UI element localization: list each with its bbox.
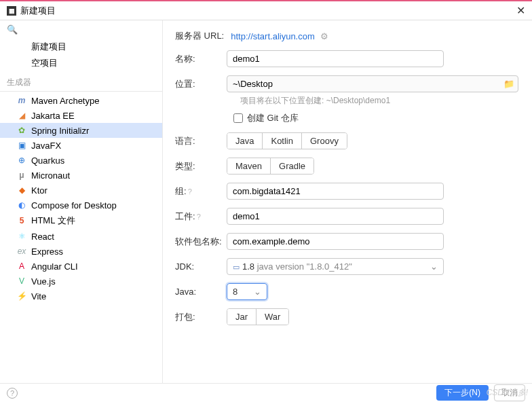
- sidebar-item-label: Quarkus: [31, 156, 64, 166]
- sidebar-item-label: Compose for Desktop: [31, 200, 117, 211]
- artifact-input[interactable]: [227, 208, 444, 225]
- sidebar-item[interactable]: ◐Compose for Desktop: [0, 198, 162, 213]
- sidebar-item-label: Vite: [31, 291, 46, 302]
- sidebar-item-label: Express: [31, 246, 63, 257]
- spring-initializr-icon: ✿: [16, 125, 27, 136]
- sidebar-item[interactable]: ⊕Quarkus: [0, 153, 162, 168]
- language-label: 语言:: [175, 135, 227, 147]
- jdk-label: JDK:: [175, 261, 227, 272]
- quarkus-icon: ⊕: [16, 155, 27, 166]
- app-icon: ▦: [7, 6, 16, 16]
- packaging-option-war[interactable]: War: [256, 309, 288, 325]
- server-url-label: 服务器 URL:: [175, 30, 224, 42]
- sidebar-item[interactable]: 5HTML 文件: [0, 213, 162, 229]
- maven-archetype-icon: m: [16, 95, 27, 106]
- sidebar-item-label: Micronaut: [31, 170, 70, 181]
- cancel-button[interactable]: 取消: [494, 384, 525, 401]
- vue.js-icon: V: [16, 276, 27, 287]
- group-label: 组:?: [175, 185, 227, 198]
- sidebar-category-header: 生成器: [0, 73, 162, 92]
- window-title: 新建项目: [20, 5, 56, 17]
- title-bar: ▦ 新建项目 ✕: [0, 1, 532, 20]
- name-input[interactable]: [227, 50, 444, 67]
- folder-small-icon: ▭: [233, 263, 240, 271]
- sidebar-item[interactable]: exExpress: [0, 244, 162, 259]
- location-input[interactable]: [227, 75, 518, 92]
- language-group: JavaKotlinGroovy: [227, 132, 347, 149]
- 空项目-icon: [16, 58, 27, 69]
- compose-for-desktop-icon: ◐: [16, 200, 27, 211]
- type-option-maven[interactable]: Maven: [227, 158, 271, 174]
- gear-icon[interactable]: ⚙: [320, 31, 328, 41]
- group-input[interactable]: [227, 183, 444, 200]
- ktor-icon: ◆: [16, 185, 27, 196]
- sidebar-item-label: Ktor: [31, 185, 48, 196]
- sidebar-item-label: Spring Initializr: [31, 126, 89, 136]
- packaging-group: JarWar: [227, 308, 289, 325]
- artifact-label: 工件:?: [175, 211, 227, 223]
- type-group: MavenGradle: [227, 158, 314, 175]
- sidebar-item[interactable]: ⚛React: [0, 229, 162, 244]
- sidebar-item-label: HTML 文件: [31, 215, 75, 227]
- sidebar-item-label: React: [31, 232, 54, 242]
- type-label: 类型:: [175, 160, 227, 172]
- sidebar-item-label: Jakarta EE: [31, 111, 75, 121]
- close-icon[interactable]: ✕: [516, 4, 525, 17]
- vite-icon: ⚡: [16, 291, 27, 302]
- sidebar-item-label: Vue.js: [31, 276, 56, 287]
- 新建项目-icon: [16, 41, 27, 52]
- angular-cli-icon: A: [16, 261, 27, 272]
- sidebar-item-label: JavaFX: [31, 141, 61, 151]
- sidebar-item[interactable]: VVue.js: [0, 274, 162, 289]
- git-checkbox[interactable]: [233, 113, 243, 123]
- git-label: 创建 Git 仓库: [247, 112, 299, 124]
- location-label: 位置:: [175, 78, 227, 90]
- jdk-select[interactable]: ▭1.8 java version "1.8.0_412" ⌄: [227, 258, 444, 275]
- sidebar: 🔍 新建项目新建项目空项目生成器mMaven Archetype◢Jakarta…: [0, 20, 163, 384]
- help-icon[interactable]: ?: [188, 187, 192, 196]
- sidebar-item[interactable]: ◆Ktor: [0, 183, 162, 198]
- express-icon: ex: [16, 246, 27, 257]
- language-option-java[interactable]: Java: [227, 133, 263, 149]
- sidebar-item[interactable]: μMicronaut: [0, 168, 162, 183]
- sidebar-item-label: Angular CLI: [31, 261, 78, 272]
- help-icon[interactable]: ?: [7, 388, 18, 399]
- folder-icon[interactable]: 📁: [504, 79, 514, 89]
- language-option-kotlin[interactable]: Kotlin: [263, 133, 302, 149]
- next-button[interactable]: 下一步(N): [436, 385, 489, 401]
- name-label: 名称:: [175, 53, 227, 65]
- package-input[interactable]: [227, 233, 444, 250]
- sidebar-item-label: Maven Archetype: [31, 96, 99, 106]
- sidebar-item[interactable]: ✿Spring Initializr: [0, 123, 162, 138]
- sidebar-item-label: 新建项目: [31, 41, 66, 53]
- jakarta-ee-icon: ◢: [16, 110, 27, 121]
- sidebar-item-label: 空项目: [31, 57, 58, 69]
- sidebar-item[interactable]: AAngular CLI: [0, 259, 162, 274]
- footer-bar: ? 下一步(N) 取消: [0, 383, 532, 402]
- form-panel: 服务器 URL: http://start.aliyun.com ⚙ 名称: 位…: [163, 20, 532, 384]
- sidebar-item[interactable]: mMaven Archetype: [0, 93, 162, 108]
- location-hint: 项目将在以下位置创建: ~\Desktop\demo1: [240, 96, 390, 105]
- packaging-option-jar[interactable]: Jar: [227, 309, 256, 325]
- sidebar-item[interactable]: ◢Jakarta EE: [0, 108, 162, 123]
- html-文件-icon: 5: [16, 215, 27, 226]
- sidebar-item[interactable]: 空项目: [0, 55, 162, 71]
- packaging-label: 打包:: [175, 311, 227, 323]
- sidebar-item[interactable]: ⚡Vite: [0, 289, 162, 304]
- sidebar-item[interactable]: 新建项目: [0, 39, 162, 55]
- react-icon: ⚛: [16, 231, 27, 242]
- micronaut-icon: μ: [16, 170, 27, 181]
- search-icon[interactable]: 🔍: [7, 24, 18, 35]
- java-select[interactable]: 8 ⌄: [227, 283, 267, 300]
- chevron-down-icon: ⌄: [254, 287, 261, 297]
- language-option-groovy[interactable]: Groovy: [302, 133, 347, 149]
- sidebar-item[interactable]: ▣JavaFX: [0, 138, 162, 153]
- java-label: Java:: [175, 287, 227, 297]
- package-label: 软件包名称:: [175, 236, 227, 248]
- type-option-gradle[interactable]: Gradle: [271, 158, 314, 174]
- chevron-down-icon: ⌄: [430, 261, 438, 272]
- javafx-icon: ▣: [16, 140, 27, 151]
- server-url-link[interactable]: http://start.aliyun.com: [231, 31, 315, 41]
- help-icon[interactable]: ?: [197, 213, 201, 221]
